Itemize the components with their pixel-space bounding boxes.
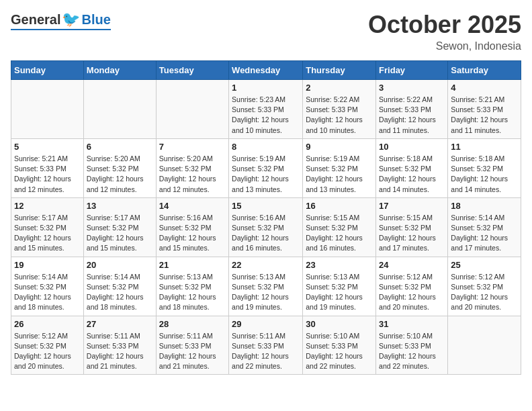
day-info: Sunrise: 5:10 AM Sunset: 5:33 PM Dayligh… — [379, 331, 445, 372]
weekday-header-friday: Friday — [376, 61, 448, 80]
calendar-week-5: 26Sunrise: 5:12 AM Sunset: 5:32 PM Dayli… — [11, 316, 521, 375]
day-info: Sunrise: 5:23 AM Sunset: 5:33 PM Dayligh… — [232, 95, 300, 136]
calendar-cell — [156, 80, 228, 139]
calendar-cell: 15Sunrise: 5:16 AM Sunset: 5:32 PM Dayli… — [229, 197, 303, 257]
calendar-cell: 24Sunrise: 5:12 AM Sunset: 5:32 PM Dayli… — [376, 257, 448, 316]
logo-underline — [11, 29, 111, 30]
day-info: Sunrise: 5:11 AM Sunset: 5:33 PM Dayligh… — [159, 331, 226, 372]
day-info: Sunrise: 5:12 AM Sunset: 5:32 PM Dayligh… — [451, 272, 518, 313]
calendar-cell: 3Sunrise: 5:22 AM Sunset: 5:33 PM Daylig… — [376, 80, 448, 139]
day-info: Sunrise: 5:20 AM Sunset: 5:32 PM Dayligh… — [87, 154, 153, 195]
calendar-cell: 29Sunrise: 5:11 AM Sunset: 5:33 PM Dayli… — [229, 316, 303, 375]
day-info: Sunrise: 5:20 AM Sunset: 5:32 PM Dayligh… — [159, 154, 226, 195]
calendar-cell: 1Sunrise: 5:23 AM Sunset: 5:33 PM Daylig… — [229, 80, 303, 139]
day-info: Sunrise: 5:13 AM Sunset: 5:32 PM Dayligh… — [306, 272, 373, 313]
day-info: Sunrise: 5:10 AM Sunset: 5:33 PM Dayligh… — [306, 331, 373, 372]
day-number: 21 — [159, 260, 226, 270]
day-info: Sunrise: 5:18 AM Sunset: 5:32 PM Dayligh… — [379, 154, 445, 195]
day-info: Sunrise: 5:13 AM Sunset: 5:32 PM Dayligh… — [232, 272, 300, 313]
calendar-cell: 5Sunrise: 5:21 AM Sunset: 5:33 PM Daylig… — [11, 138, 84, 197]
calendar-cell: 23Sunrise: 5:13 AM Sunset: 5:32 PM Dayli… — [303, 257, 376, 316]
day-number: 27 — [87, 319, 153, 329]
day-info: Sunrise: 5:19 AM Sunset: 5:32 PM Dayligh… — [306, 154, 373, 195]
day-number: 26 — [14, 319, 81, 329]
day-number: 20 — [87, 260, 153, 270]
day-info: Sunrise: 5:17 AM Sunset: 5:32 PM Dayligh… — [14, 213, 81, 254]
calendar-table: SundayMondayTuesdayWednesdayThursdayFrid… — [11, 60, 521, 375]
day-info: Sunrise: 5:21 AM Sunset: 5:33 PM Dayligh… — [14, 154, 81, 195]
weekday-header-monday: Monday — [83, 61, 156, 80]
day-number: 16 — [306, 201, 373, 211]
day-info: Sunrise: 5:14 AM Sunset: 5:32 PM Dayligh… — [451, 213, 518, 254]
calendar-cell: 22Sunrise: 5:13 AM Sunset: 5:32 PM Dayli… — [229, 257, 303, 316]
calendar-cell: 30Sunrise: 5:10 AM Sunset: 5:33 PM Dayli… — [303, 316, 376, 375]
calendar-cell: 16Sunrise: 5:15 AM Sunset: 5:32 PM Dayli… — [303, 197, 376, 257]
calendar-cell — [448, 316, 521, 375]
day-number: 6 — [87, 142, 153, 152]
calendar-week-2: 5Sunrise: 5:21 AM Sunset: 5:33 PM Daylig… — [11, 138, 521, 197]
day-number: 4 — [451, 83, 518, 93]
day-info: Sunrise: 5:17 AM Sunset: 5:32 PM Dayligh… — [87, 213, 153, 254]
day-number: 14 — [159, 201, 226, 211]
calendar-cell: 19Sunrise: 5:14 AM Sunset: 5:32 PM Dayli… — [11, 257, 84, 316]
day-info: Sunrise: 5:19 AM Sunset: 5:32 PM Dayligh… — [232, 154, 300, 195]
calendar-cell: 20Sunrise: 5:14 AM Sunset: 5:32 PM Dayli… — [83, 257, 156, 316]
calendar-week-4: 19Sunrise: 5:14 AM Sunset: 5:32 PM Dayli… — [11, 257, 521, 316]
calendar-cell — [83, 80, 156, 139]
day-info: Sunrise: 5:11 AM Sunset: 5:33 PM Dayligh… — [232, 331, 300, 372]
page-header: General 🐦 Blue October 2025 Sewon, Indon… — [11, 11, 521, 52]
calendar-cell: 6Sunrise: 5:20 AM Sunset: 5:32 PM Daylig… — [83, 138, 156, 197]
day-number: 22 — [232, 260, 300, 270]
weekday-header-saturday: Saturday — [448, 61, 521, 80]
calendar-cell: 4Sunrise: 5:21 AM Sunset: 5:33 PM Daylig… — [448, 80, 521, 139]
calendar-cell: 28Sunrise: 5:11 AM Sunset: 5:33 PM Dayli… — [156, 316, 228, 375]
logo: General 🐦 Blue — [11, 11, 111, 30]
calendar-cell: 18Sunrise: 5:14 AM Sunset: 5:32 PM Dayli… — [448, 197, 521, 257]
calendar-cell: 2Sunrise: 5:22 AM Sunset: 5:33 PM Daylig… — [303, 80, 376, 139]
calendar-cell: 31Sunrise: 5:10 AM Sunset: 5:33 PM Dayli… — [376, 316, 448, 375]
day-number: 23 — [306, 260, 373, 270]
day-number: 13 — [87, 201, 153, 211]
day-number: 31 — [379, 319, 445, 329]
day-number: 1 — [232, 83, 300, 93]
calendar-cell: 14Sunrise: 5:16 AM Sunset: 5:32 PM Dayli… — [156, 197, 228, 257]
calendar-cell: 27Sunrise: 5:11 AM Sunset: 5:33 PM Dayli… — [83, 316, 156, 375]
calendar-cell — [11, 80, 84, 139]
day-number: 19 — [14, 260, 81, 270]
calendar-cell: 17Sunrise: 5:15 AM Sunset: 5:32 PM Dayli… — [376, 197, 448, 257]
calendar-cell: 26Sunrise: 5:12 AM Sunset: 5:32 PM Dayli… — [11, 316, 84, 375]
day-number: 12 — [14, 201, 81, 211]
calendar-cell: 11Sunrise: 5:18 AM Sunset: 5:32 PM Dayli… — [448, 138, 521, 197]
day-number: 18 — [451, 201, 518, 211]
logo-bird-icon: 🐦 — [62, 11, 80, 28]
day-number: 2 — [306, 83, 373, 93]
weekday-header-sunday: Sunday — [11, 61, 84, 80]
day-info: Sunrise: 5:18 AM Sunset: 5:32 PM Dayligh… — [451, 154, 518, 195]
day-number: 10 — [379, 142, 445, 152]
day-info: Sunrise: 5:22 AM Sunset: 5:33 PM Dayligh… — [379, 95, 445, 136]
day-info: Sunrise: 5:11 AM Sunset: 5:33 PM Dayligh… — [87, 331, 153, 372]
weekday-header-thursday: Thursday — [303, 61, 376, 80]
day-number: 15 — [232, 201, 300, 211]
logo-blue: Blue — [81, 12, 110, 28]
day-info: Sunrise: 5:16 AM Sunset: 5:32 PM Dayligh… — [232, 213, 300, 254]
day-info: Sunrise: 5:12 AM Sunset: 5:32 PM Dayligh… — [379, 272, 445, 313]
day-number: 24 — [379, 260, 445, 270]
day-info: Sunrise: 5:22 AM Sunset: 5:33 PM Dayligh… — [306, 95, 373, 136]
calendar-week-3: 12Sunrise: 5:17 AM Sunset: 5:32 PM Dayli… — [11, 197, 521, 257]
title-area: October 2025 Sewon, Indonesia — [368, 11, 521, 52]
calendar-cell: 21Sunrise: 5:13 AM Sunset: 5:32 PM Dayli… — [156, 257, 228, 316]
day-info: Sunrise: 5:15 AM Sunset: 5:32 PM Dayligh… — [379, 213, 445, 254]
month-title: October 2025 — [368, 11, 521, 39]
day-number: 17 — [379, 201, 445, 211]
calendar-cell: 10Sunrise: 5:18 AM Sunset: 5:32 PM Dayli… — [376, 138, 448, 197]
calendar-cell: 13Sunrise: 5:17 AM Sunset: 5:32 PM Dayli… — [83, 197, 156, 257]
day-info: Sunrise: 5:21 AM Sunset: 5:33 PM Dayligh… — [451, 95, 518, 136]
day-info: Sunrise: 5:12 AM Sunset: 5:32 PM Dayligh… — [14, 331, 81, 372]
calendar-cell: 9Sunrise: 5:19 AM Sunset: 5:32 PM Daylig… — [303, 138, 376, 197]
day-number: 28 — [159, 319, 226, 329]
day-number: 3 — [379, 83, 445, 93]
day-number: 25 — [451, 260, 518, 270]
calendar-cell: 8Sunrise: 5:19 AM Sunset: 5:32 PM Daylig… — [229, 138, 303, 197]
weekday-header-wednesday: Wednesday — [229, 61, 303, 80]
